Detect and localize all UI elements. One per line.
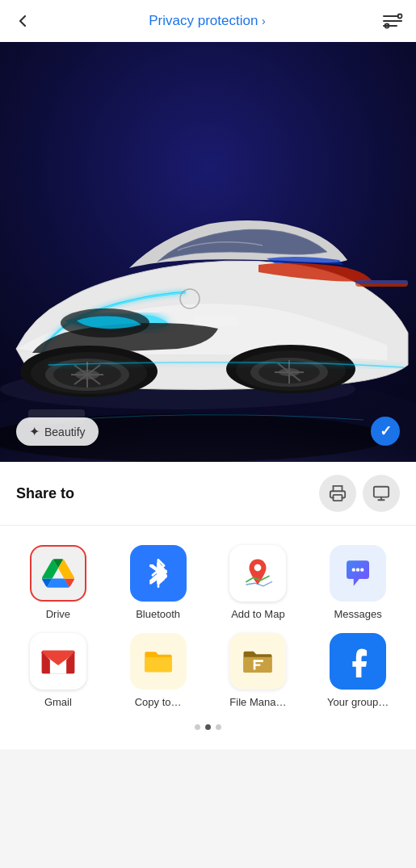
back-button[interactable] (13, 11, 32, 31)
app-gmail[interactable]: Gmail (14, 633, 103, 708)
car-image-container: ✦ Beautify (0, 42, 416, 462)
privacy-protection-link[interactable]: Privacy protection › (149, 13, 266, 29)
beautify-button[interactable]: ✦ Beautify (16, 417, 99, 446)
dot-1[interactable] (195, 724, 200, 730)
svg-rect-30 (355, 280, 408, 283)
svg-point-37 (356, 568, 359, 571)
pagination-dots (0, 715, 416, 743)
share-actions (319, 475, 400, 512)
share-section: Share to (0, 462, 416, 526)
messages-icon-wrapper (330, 545, 386, 602)
dot-2[interactable] (205, 724, 211, 730)
apps-row-1: Drive Bluetooth (0, 539, 416, 627)
app-drive[interactable]: Drive (14, 545, 103, 620)
svg-rect-33 (374, 487, 389, 497)
header: Privacy protection › (0, 0, 416, 42)
copyto-icon-wrapper (130, 633, 187, 690)
selected-check-icon[interactable] (371, 417, 400, 446)
svg-rect-32 (334, 495, 342, 501)
apps-row-2: Gmail Copy to… (0, 627, 416, 715)
messages-label: Messages (334, 608, 382, 620)
chevron-right-icon: › (262, 15, 266, 27)
dot-3[interactable] (216, 724, 221, 730)
svg-point-3 (398, 15, 402, 19)
facebook-label: Your group… (327, 696, 389, 708)
bluetooth-label: Bluetooth (136, 608, 180, 620)
app-bluetooth[interactable]: Bluetooth (114, 545, 203, 620)
svg-point-36 (352, 568, 355, 571)
cast-screen-button[interactable] (363, 475, 400, 512)
svg-rect-41 (254, 665, 261, 666)
sparkle-icon: ✦ (29, 424, 40, 439)
apps-section: Drive Bluetooth (0, 526, 416, 749)
bluetooth-icon-wrapper (130, 545, 187, 602)
copyto-label: Copy to… (135, 696, 182, 708)
svg-point-38 (360, 568, 363, 571)
share-label: Share to (16, 485, 74, 502)
svg-point-35 (254, 564, 262, 572)
print-button[interactable] (319, 475, 356, 512)
gmail-icon-wrapper (30, 633, 86, 690)
gmail-label: Gmail (44, 696, 72, 708)
maps-label: Add to Map (231, 608, 285, 620)
app-maps[interactable]: Add to Map (213, 545, 302, 620)
app-filemanager[interactable]: File Mana… (213, 633, 302, 708)
facebook-icon-wrapper (330, 633, 386, 690)
filemanager-label: File Mana… (229, 696, 286, 708)
app-facebook[interactable]: Your group… (313, 633, 402, 708)
filemanager-icon-wrapper (229, 633, 286, 690)
drive-label: Drive (46, 608, 70, 620)
car-image (0, 42, 416, 462)
maps-icon-wrapper (229, 545, 286, 602)
beautify-label: Beautify (44, 426, 86, 438)
app-copyto[interactable]: Copy to… (114, 633, 203, 708)
filter-icon[interactable] (382, 12, 403, 30)
drive-icon-wrapper (30, 545, 86, 602)
svg-rect-10 (194, 317, 238, 326)
app-messages[interactable]: Messages (313, 545, 402, 620)
